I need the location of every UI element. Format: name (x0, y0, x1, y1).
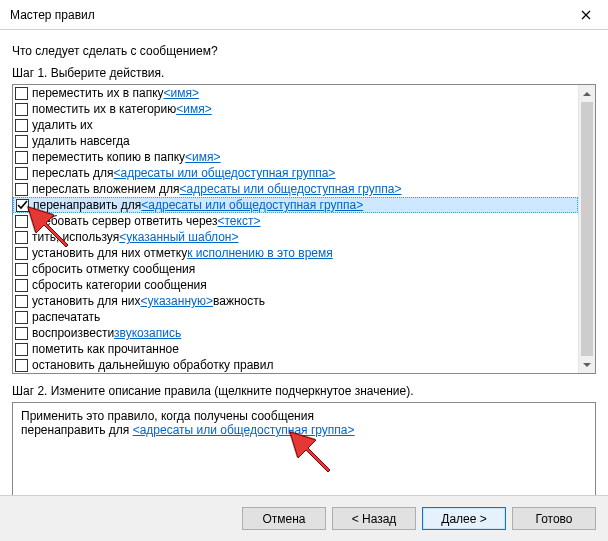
action-checkbox[interactable] (15, 167, 28, 180)
action-row[interactable]: удалить навсегда (13, 133, 578, 149)
action-checkbox[interactable] (15, 103, 28, 116)
action-label: сбросить отметку сообщения (32, 262, 195, 276)
action-checkbox[interactable] (16, 199, 29, 212)
action-label: остановить дальнейшую обработку правил (32, 358, 273, 372)
scroll-up-button[interactable] (579, 85, 595, 102)
action-row[interactable]: распечатать (13, 309, 578, 325)
action-placeholder-link[interactable]: <указанный шаблон> (119, 230, 238, 244)
rule-question: Что следует сделать с сообщением? (12, 44, 596, 58)
actions-list: переместить их в папку <имя>поместить их… (12, 84, 596, 374)
action-row[interactable]: воспроизвести звукозапись (13, 325, 578, 341)
action-checkbox[interactable] (15, 279, 28, 292)
action-checkbox[interactable] (15, 215, 28, 228)
action-checkbox[interactable] (15, 343, 28, 356)
finish-button[interactable]: Готово (512, 507, 596, 530)
action-checkbox[interactable] (15, 151, 28, 164)
close-button[interactable] (563, 0, 608, 30)
desc-line-1: Применить это правило, когда получены со… (21, 409, 587, 423)
back-button[interactable]: < Назад (332, 507, 416, 530)
action-label: пометить как прочитанное (32, 342, 179, 356)
action-placeholder-link[interactable]: <текст> (217, 214, 260, 228)
action-label: удалить их (32, 118, 93, 132)
action-placeholder-link[interactable]: <адресаты или общедоступная группа> (180, 182, 402, 196)
action-label: переслать вложением для (32, 182, 180, 196)
action-label: распечатать (32, 310, 100, 324)
action-placeholder-link[interactable]: <указанную> (141, 294, 214, 308)
action-placeholder-link[interactable]: <имя> (185, 150, 220, 164)
action-row[interactable]: сбросить отметку сообщения (13, 261, 578, 277)
action-checkbox[interactable] (15, 263, 28, 276)
action-placeholder-link[interactable]: звукозапись (114, 326, 181, 340)
action-label: сбросить категории сообщения (32, 278, 207, 292)
button-bar: Отмена < Назад Далее > Готово (0, 495, 608, 541)
action-row[interactable]: установить для них отметку к исполнению … (13, 245, 578, 261)
rule-description-box: Применить это правило, когда получены со… (12, 402, 596, 500)
step2-label: Шаг 2. Измените описание правила (щелкни… (12, 384, 596, 398)
action-placeholder-link[interactable]: <имя> (176, 102, 211, 116)
action-checkbox[interactable] (15, 87, 28, 100)
action-label: установить для них отметку (32, 246, 187, 260)
action-checkbox[interactable] (15, 359, 28, 372)
step1-label: Шаг 1. Выберите действия. (12, 66, 596, 80)
action-label-suffix: важность (213, 294, 265, 308)
action-row[interactable]: удалить их (13, 117, 578, 133)
action-row[interactable]: переместить их в папку <имя> (13, 85, 578, 101)
action-label: тить, используя (32, 230, 119, 244)
action-label: установить для них (32, 294, 141, 308)
action-checkbox[interactable] (15, 247, 28, 260)
action-checkbox[interactable] (15, 311, 28, 324)
action-row[interactable]: переслать вложением для <адресаты или об… (13, 181, 578, 197)
action-label: перенаправить для (33, 198, 141, 212)
action-row[interactable]: поместить их в категорию <имя> (13, 101, 578, 117)
action-row[interactable]: перенаправить для <адресаты или общедост… (13, 197, 578, 213)
action-placeholder-link[interactable]: <адресаты или общедоступная группа> (141, 198, 363, 212)
action-checkbox[interactable] (15, 295, 28, 308)
action-placeholder-link[interactable]: к исполнению в это время (187, 246, 333, 260)
action-checkbox[interactable] (15, 183, 28, 196)
action-row[interactable]: установить для них <указанную> важность (13, 293, 578, 309)
action-row[interactable]: сбросить категории сообщения (13, 277, 578, 293)
action-label: удалить навсегда (32, 134, 130, 148)
titlebar: Мастер правил (0, 0, 608, 30)
action-placeholder-link[interactable]: <имя> (164, 86, 199, 100)
action-row[interactable]: переместить копию в папку <имя> (13, 149, 578, 165)
action-checkbox[interactable] (15, 327, 28, 340)
action-row[interactable]: переслать для <адресаты или общедоступна… (13, 165, 578, 181)
action-label: воспроизвести (32, 326, 114, 340)
scrollbar[interactable] (578, 85, 595, 373)
action-row[interactable]: требовать сервер ответить через <текст> (13, 213, 578, 229)
scroll-down-button[interactable] (579, 356, 595, 373)
dialog-content: Что следует сделать с сообщением? Шаг 1.… (0, 30, 608, 500)
action-checkbox[interactable] (15, 231, 28, 244)
action-row[interactable]: пометить как прочитанное (13, 341, 578, 357)
action-label: переместить копию в папку (32, 150, 185, 164)
cancel-button[interactable]: Отмена (242, 507, 326, 530)
next-button[interactable]: Далее > (422, 507, 506, 530)
action-row[interactable]: остановить дальнейшую обработку правил (13, 357, 578, 373)
action-label: переместить их в папку (32, 86, 164, 100)
window-title: Мастер правил (10, 8, 95, 22)
desc-line-2: перенаправить для <адресаты или общедост… (21, 423, 587, 437)
action-label: требовать сервер ответить через (32, 214, 217, 228)
action-placeholder-link[interactable]: <адресаты или общедоступная группа> (114, 166, 336, 180)
close-icon (581, 10, 591, 20)
desc-recipients-link[interactable]: <адресаты или общедоступная группа> (133, 423, 355, 437)
scroll-thumb[interactable] (581, 102, 593, 356)
action-checkbox[interactable] (15, 135, 28, 148)
action-label: переслать для (32, 166, 114, 180)
action-label: поместить их в категорию (32, 102, 176, 116)
scroll-track[interactable] (579, 102, 595, 356)
action-row[interactable]: тить, используя <указанный шаблон> (13, 229, 578, 245)
action-checkbox[interactable] (15, 119, 28, 132)
